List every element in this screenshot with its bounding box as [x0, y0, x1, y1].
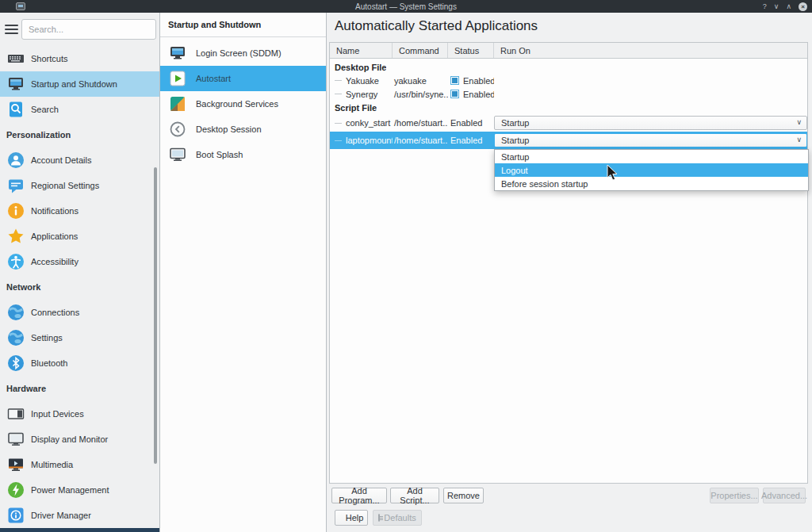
- subpanel-item-autostart[interactable]: Autostart: [160, 66, 326, 91]
- add-script-button[interactable]: Add Script...: [390, 488, 439, 503]
- table-row-laptopmount[interactable]: laptopmount /home/stuart... Enabled Star…: [330, 132, 807, 149]
- properties-button[interactable]: Properties...: [710, 488, 759, 503]
- sidebar-item-connections[interactable]: Connections: [0, 300, 159, 325]
- subpanel-item-background-services[interactable]: Background Services: [160, 91, 326, 117]
- subpanel-item-label: Boot Splash: [196, 150, 243, 159]
- subpanel-item-login-screen[interactable]: Login Screen (SDDM): [160, 40, 326, 66]
- dropdown-option-before-session-startup[interactable]: Before session startup: [495, 177, 808, 190]
- sidebar-section-network: Network: [0, 274, 159, 300]
- sidebar-item-search[interactable]: Search: [0, 97, 159, 122]
- sidebar-item-bluetooth[interactable]: Bluetooth: [0, 350, 159, 376]
- sidebar-item-multimedia[interactable]: Multimedia: [0, 452, 159, 477]
- row-name: conky_start: [346, 118, 390, 128]
- sidebar-item-label: Search: [31, 105, 59, 114]
- enabled-checkbox[interactable]: [450, 90, 459, 98]
- tree-branch: [335, 140, 342, 141]
- group-row-desktop-file[interactable]: Desktop File: [330, 60, 807, 74]
- run-on-combobox[interactable]: Startup ∨: [494, 116, 807, 130]
- table-row-yakuake[interactable]: Yakuake yakuake Enabled: [330, 74, 807, 87]
- defaults-label: Defaults: [384, 513, 416, 522]
- bluetooth-icon: [6, 354, 25, 373]
- group-label: Desktop File: [330, 63, 386, 72]
- maximize-button[interactable]: ∧: [786, 0, 791, 13]
- row-name: laptopmount: [346, 136, 393, 145]
- sidebar-item-startup-and-shutdown[interactable]: Startup and Shutdown: [0, 71, 159, 97]
- sidebar-item-shortcuts[interactable]: Shortcuts: [0, 46, 159, 71]
- window-title: Autostart — System Settings: [0, 2, 812, 11]
- chat-bubble-icon: [6, 176, 25, 195]
- sidebar-item-driver-manager[interactable]: Driver Manager: [0, 503, 159, 528]
- remove-button[interactable]: Remove: [443, 488, 484, 503]
- keyboard-icon: [6, 49, 25, 68]
- sidebar-item-label: Connections: [31, 308, 79, 317]
- search-input[interactable]: [21, 19, 156, 40]
- column-header-command[interactable]: Command: [393, 43, 448, 58]
- sidebar-item-label: Notifications: [31, 206, 79, 216]
- sidebar-item-accessibility[interactable]: Accessibility: [0, 249, 159, 274]
- user-icon: [6, 151, 25, 170]
- sidebar-item-label: Startup and Shutdown: [31, 79, 117, 89]
- sidebar-item-label: Settings: [31, 333, 63, 343]
- column-header-status[interactable]: Status: [448, 43, 494, 58]
- group-row-script-file[interactable]: Script File: [330, 101, 807, 114]
- sidebar-item-label: Shortcuts: [31, 54, 67, 63]
- row-name: Synergy: [346, 90, 377, 99]
- row-status: Enabled: [448, 136, 494, 145]
- table-row-synergy[interactable]: Synergy /usr/bin/syne... Enabled: [330, 87, 807, 101]
- row-name: Yakuake: [346, 76, 379, 86]
- combobox-value: Startup: [501, 136, 529, 145]
- row-status: Enabled: [448, 118, 494, 128]
- advanced-button[interactable]: Advanced...: [763, 488, 806, 503]
- sidebar-item-label: Display and Monitor: [31, 434, 108, 444]
- sidebar-item-label: Power Management: [31, 485, 109, 495]
- run-on-dropdown-popup: Startup Logout Before session startup: [494, 149, 809, 191]
- accessibility-icon: [6, 252, 25, 271]
- combobox-value: Startup: [501, 118, 529, 128]
- defaults-icon: [378, 514, 380, 522]
- subpanel-item-boot-splash[interactable]: Boot Splash: [160, 142, 326, 167]
- subpanel-item-label: Login Screen (SDDM): [196, 48, 282, 58]
- tree-branch: [335, 94, 342, 94]
- help-label: Help: [346, 513, 364, 522]
- subpanel-item-desktop-session[interactable]: Desktop Session: [160, 117, 326, 142]
- sidebar-scrollbar[interactable]: [154, 167, 157, 464]
- main-panel: Automatically Started Applications Name …: [327, 13, 812, 532]
- globe-icon: [6, 303, 25, 322]
- autostart-play-icon: [168, 69, 187, 88]
- subpanel-startup-shutdown: Startup and Shutdown Login Screen (SDDM)…: [160, 13, 327, 532]
- sidebar-item-account-details[interactable]: Account Details: [0, 147, 159, 173]
- help-button[interactable]: Help: [335, 510, 368, 526]
- titlebar: Autostart — System Settings ? ∨ ∧ ×: [0, 0, 812, 13]
- column-header-run-on[interactable]: Run On: [494, 43, 807, 58]
- subpanel-item-label: Background Services: [196, 99, 278, 109]
- autostart-table: Name Command Status Run On Desktop File …: [329, 42, 808, 484]
- login-screen-icon: [168, 44, 187, 63]
- help-window-button[interactable]: ?: [763, 0, 767, 13]
- background-services-icon: [168, 94, 187, 113]
- sidebar-item-notifications[interactable]: Notifications: [0, 198, 159, 224]
- close-button[interactable]: ×: [799, 2, 807, 11]
- sidebar-item-applications[interactable]: Applications: [0, 224, 159, 249]
- add-program-button[interactable]: Add Program...: [331, 488, 387, 503]
- sidebar-item-display-and-monitor[interactable]: Display and Monitor: [0, 427, 159, 452]
- subpanel-title: Startup and Shutdown: [160, 13, 326, 37]
- monitor-icon: [6, 75, 25, 94]
- run-on-combobox-focused[interactable]: Startup ∨: [494, 133, 807, 147]
- minimize-button[interactable]: ∨: [774, 0, 779, 13]
- sidebar-item-input-devices[interactable]: Input Devices: [0, 401, 159, 427]
- subpanel-item-label: Desktop Session: [196, 124, 262, 134]
- sidebar-item-regional-settings[interactable]: Regional Settings: [0, 173, 159, 198]
- row-command: /home/stuart...: [393, 118, 448, 128]
- dropdown-option-startup[interactable]: Startup: [495, 150, 808, 163]
- enabled-checkbox[interactable]: [450, 76, 459, 85]
- dropdown-option-logout[interactable]: Logout: [495, 163, 808, 177]
- subpanel-item-label: Autostart: [196, 74, 231, 83]
- column-header-name[interactable]: Name: [330, 43, 393, 58]
- defaults-button[interactable]: Defaults: [373, 510, 422, 526]
- sidebar-item-label: Accessibility: [31, 257, 79, 266]
- driver-info-icon: [6, 506, 25, 525]
- sidebar-item-power-management[interactable]: Power Management: [0, 477, 159, 503]
- hamburger-menu-icon[interactable]: [5, 25, 18, 34]
- table-row-conky-start[interactable]: conky_start /home/stuart... Enabled Star…: [330, 114, 807, 132]
- sidebar-item-network-settings[interactable]: Settings: [0, 325, 159, 350]
